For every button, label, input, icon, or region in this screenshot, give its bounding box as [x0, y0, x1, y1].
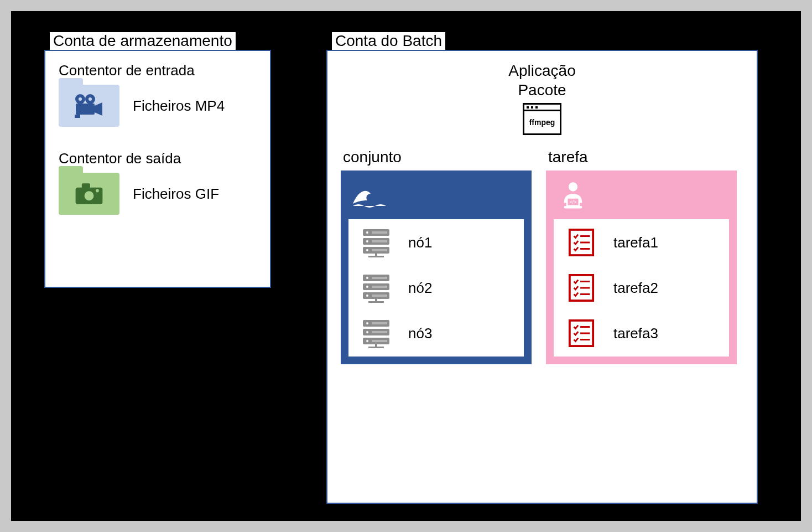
output-container-title: Contentor de saída: [59, 150, 257, 167]
svg-point-27: [366, 286, 368, 288]
svg-rect-14: [372, 231, 387, 234]
node-label: nó3: [408, 325, 432, 342]
svg-point-2: [79, 97, 82, 101]
input-files-row: Ficheiros MP4: [59, 84, 257, 128]
task-label: tarefa2: [613, 280, 658, 297]
pool-node-row: nó3: [358, 318, 514, 349]
svg-rect-8: [82, 183, 90, 188]
svg-rect-44: [368, 347, 384, 348]
application-package-area: Aplicação Pacote ffmpeg: [341, 61, 743, 135]
svg-point-38: [366, 331, 368, 333]
node-label: nó1: [408, 234, 432, 251]
svg-point-45: [569, 182, 577, 191]
storage-account-box: Contentor de entrada: [44, 50, 271, 288]
pool-heading: conjunto: [341, 148, 532, 166]
svg-point-13: [366, 231, 368, 234]
job-task-row: tarefa1: [564, 227, 719, 258]
svg-rect-17: [372, 240, 387, 242]
svg-rect-28: [372, 286, 387, 288]
svg-point-3: [89, 97, 92, 101]
svg-rect-36: [372, 322, 387, 324]
job-task-row: tarefa2: [564, 272, 719, 303]
svg-rect-39: [372, 331, 387, 333]
wave-icon: [352, 182, 387, 208]
pool-nodes-list: nó1 nó2: [348, 219, 524, 357]
camera-icon: [72, 181, 106, 206]
svg-rect-31: [372, 295, 387, 297]
checklist-icon: [564, 318, 599, 349]
svg-rect-25: [372, 277, 387, 279]
svg-rect-6: [75, 115, 80, 118]
package-name: ffmpeg: [524, 111, 560, 133]
person-laptop-icon: </>: [557, 180, 589, 209]
svg-marker-5: [95, 102, 102, 116]
svg-point-41: [366, 340, 368, 342]
svg-rect-42: [372, 340, 387, 342]
task-label: tarefa1: [613, 234, 658, 251]
server-icon: [358, 227, 394, 258]
task-label: tarefa3: [613, 325, 658, 342]
pool-node-row: nó2: [358, 272, 514, 303]
svg-text:</>: </>: [570, 200, 576, 205]
output-files-row: Ficheiros GIF: [59, 172, 257, 216]
svg-rect-33: [368, 301, 384, 303]
svg-rect-22: [368, 256, 384, 257]
application-label: Aplicação: [341, 61, 743, 80]
checklist-icon: [564, 227, 599, 258]
pool-job-columns: conjunto: [341, 148, 743, 364]
job-tasks-list: tarefa1 tarefa2: [554, 219, 729, 357]
storage-account-header: Conta de armazenamento: [50, 32, 236, 50]
gif-files-label: Ficheiros GIF: [133, 185, 219, 203]
package-label: Pacote: [341, 80, 743, 100]
input-container-section: Contentor de entrada: [59, 62, 257, 128]
job-heading: tarefa: [546, 148, 737, 166]
svg-rect-4: [76, 104, 95, 115]
film-camera-icon: [71, 92, 107, 119]
pool-node-row: nó1: [358, 227, 514, 258]
mp4-folder-icon: [59, 84, 119, 128]
server-icon: [358, 272, 394, 303]
svg-point-16: [366, 240, 368, 242]
mp4-files-label: Ficheiros MP4: [133, 97, 225, 115]
svg-rect-48: [564, 206, 582, 209]
batch-account-box: Aplicação Pacote ffmpeg conjunto: [326, 50, 758, 504]
checklist-icon: [564, 272, 599, 303]
batch-account-header: Conta do Batch: [332, 32, 445, 50]
input-container-title: Contentor de entrada: [59, 62, 257, 79]
package-window-icon: ffmpeg: [523, 103, 561, 135]
pool-column: conjunto: [341, 148, 532, 364]
server-icon: [358, 318, 394, 349]
job-column: tarefa </>: [546, 148, 737, 364]
node-label: nó2: [408, 280, 432, 297]
job-panel: </>: [546, 171, 737, 364]
output-container-section: Contentor de saída: [59, 150, 257, 216]
diagram-root: Conta de armazenamento Conta do Batch Co…: [11, 11, 801, 521]
svg-point-30: [366, 295, 368, 297]
svg-point-24: [366, 277, 368, 279]
pool-panel: nó1 nó2: [341, 171, 532, 364]
svg-point-11: [96, 189, 99, 193]
job-task-row: tarefa3: [564, 318, 719, 349]
svg-point-19: [366, 249, 368, 251]
gif-folder-icon: [59, 172, 119, 216]
svg-rect-20: [372, 249, 387, 251]
svg-point-35: [366, 322, 368, 324]
